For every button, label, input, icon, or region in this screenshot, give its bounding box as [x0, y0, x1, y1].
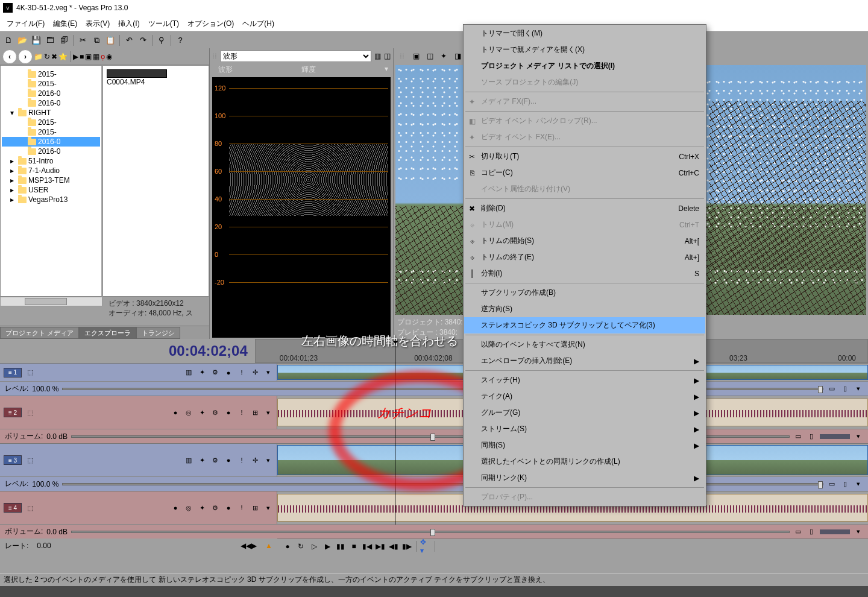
- menu-file[interactable]: ファイル(F): [3, 17, 48, 31]
- tree-item[interactable]: 2015-: [2, 127, 100, 137]
- props-icon[interactable]: 🗔: [44, 34, 56, 46]
- context-menu-item[interactable]: サブクリップの作成(B): [464, 285, 705, 301]
- tree-item[interactable]: ▸VegasPro13: [2, 195, 100, 204]
- menu-option[interactable]: オプション(O): [184, 17, 237, 31]
- context-menu-item[interactable]: ✖削除(D)Delete: [464, 200, 705, 216]
- nav-fwd-button[interactable]: ›: [18, 49, 33, 64]
- context-menu-item[interactable]: ✂切り取り(T)Ctrl+X: [464, 148, 705, 165]
- help-icon[interactable]: ?: [174, 34, 186, 46]
- ext-mon-icon[interactable]: ▣: [410, 50, 422, 62]
- tab-explorer[interactable]: エクスプローラ: [79, 327, 136, 339]
- render-icon[interactable]: 🗐: [58, 34, 70, 46]
- prev-icon[interactable]: ◀▮: [388, 541, 399, 552]
- tree-item[interactable]: 2016-0: [2, 147, 100, 156]
- context-menu-item[interactable]: プロジェクト メディア リストでの選択(I): [464, 58, 705, 74]
- context-menu-item[interactable]: 逆方向(S): [464, 301, 705, 317]
- context-menu-item[interactable]: ⟐トリムの開始(S)Alt+[: [464, 233, 705, 249]
- delete-icon[interactable]: ✖: [51, 52, 57, 61]
- max-icon[interactable]: ▯: [840, 384, 850, 394]
- motion-icon[interactable]: ✢: [250, 368, 260, 377]
- menu-tool[interactable]: ツール(T): [145, 17, 183, 31]
- context-menu-item[interactable]: ステレオスコピック 3D サブクリップとしてペア化(3): [464, 317, 705, 333]
- tree-item[interactable]: ▸51-Intro: [2, 156, 100, 166]
- track-2-header[interactable]: ≡ 2 ⬚ ●◎✦ ⚙●! ⊞▾: [0, 396, 277, 429]
- context-menu-item[interactable]: トリマーで開く(M): [464, 25, 705, 42]
- tree-item[interactable]: ▸7-1-Audio: [2, 166, 100, 175]
- auto-icon[interactable]: ⚙: [210, 368, 220, 377]
- move-icon[interactable]: ⁞⁞: [212, 52, 217, 60]
- min-icon[interactable]: ▭: [827, 384, 837, 394]
- context-menu-item[interactable]: 同期(S)▶: [464, 437, 705, 453]
- next-icon[interactable]: ▮▶: [401, 541, 412, 552]
- go-start-icon[interactable]: ▮◀: [362, 541, 373, 552]
- opts2-icon[interactable]: ◉: [106, 52, 112, 61]
- scope-btn1-icon[interactable]: ▥: [374, 52, 381, 60]
- comp-icon[interactable]: ▥: [184, 368, 193, 377]
- context-menu-item[interactable]: エンベロープの挿入/削除(E)▶: [464, 353, 705, 369]
- track-1-header[interactable]: ≡ 1 ⬚ ▥ ✦ ⚙ ● ! ✢ ▾: [0, 364, 277, 381]
- menu-edit[interactable]: 編集(E): [49, 17, 81, 31]
- loop-icon[interactable]: ↻: [295, 541, 306, 552]
- pause-icon[interactable]: ▮▮: [335, 541, 346, 552]
- move-icon[interactable]: ⁞⁞: [396, 50, 408, 62]
- record-icon[interactable]: ●: [282, 541, 293, 552]
- tree-item[interactable]: 2015-: [2, 118, 100, 127]
- paste-icon[interactable]: 📋: [104, 34, 116, 46]
- undo-icon[interactable]: ↶: [123, 34, 135, 46]
- menu-help[interactable]: ヘルプ(H): [239, 17, 278, 31]
- view-icon[interactable]: ▦: [93, 52, 99, 61]
- scope-btn2-icon[interactable]: ◫: [384, 52, 391, 60]
- solo-icon[interactable]: !: [237, 368, 247, 377]
- cursor-tool-icon[interactable]: ✥ ▾: [420, 541, 431, 552]
- folder-tree[interactable]: 2015-2015-2016-02016-0▾RIGHT2015-2015-20…: [0, 65, 102, 297]
- tree-item[interactable]: ▸USER: [2, 185, 100, 195]
- opts-icon[interactable]: ọ: [101, 52, 105, 61]
- rate-scrub[interactable]: ◀◀▶: [241, 542, 257, 550]
- tree-item[interactable]: 2016-0: [2, 98, 100, 108]
- stop-icon[interactable]: ■: [348, 541, 359, 552]
- new-icon[interactable]: 🗋: [2, 34, 14, 46]
- context-menu-item[interactable]: グループ(G)▶: [464, 405, 705, 421]
- more-icon[interactable]: ▾: [263, 368, 273, 377]
- context-menu-item[interactable]: ⟐トリムの終了(E)Alt+]: [464, 249, 705, 265]
- tree-item[interactable]: ▾RIGHT: [2, 108, 100, 118]
- open-icon[interactable]: 📂: [16, 34, 28, 46]
- split-icon[interactable]: ◨: [451, 50, 464, 62]
- mute-icon[interactable]: ●: [224, 368, 233, 377]
- bypass-icon[interactable]: ⬚: [25, 368, 35, 377]
- redo-icon[interactable]: ↷: [137, 34, 149, 46]
- context-menu-item[interactable]: ⎮分割(I)S: [464, 265, 705, 282]
- context-menu-item[interactable]: テイク(A)▶: [464, 388, 705, 405]
- context-menu-item[interactable]: ストリーム(S)▶: [464, 421, 705, 437]
- go-end-icon[interactable]: ▶▮: [375, 541, 386, 552]
- bypass-icon[interactable]: ⬚: [25, 408, 35, 417]
- context-menu-item[interactable]: トリマーで親メディアを開く(X): [464, 42, 705, 58]
- context-menu-item[interactable]: 同期リンク(K)▶: [464, 470, 705, 486]
- refresh-icon[interactable]: ↻: [44, 52, 50, 61]
- cut-icon[interactable]: ✂: [77, 34, 89, 46]
- tab-transitions[interactable]: トランジシ: [136, 327, 180, 339]
- track-4-header[interactable]: ≡ 4 ⬚ ●◎✦ ⚙●! ⊞▾: [0, 491, 277, 524]
- track-3-header[interactable]: ≡ 3 ⬚ ▥✦⚙ ●!✢▾: [0, 444, 277, 476]
- play-icon[interactable]: ▶: [322, 541, 333, 552]
- snap-icon[interactable]: ⚲: [156, 34, 168, 46]
- h-scrollbar[interactable]: [0, 297, 102, 306]
- tree-item[interactable]: 2016-0: [2, 137, 100, 147]
- tree-item[interactable]: ▸MSP13-TEM: [2, 175, 100, 185]
- save-icon[interactable]: 💾: [30, 34, 42, 46]
- fav-icon[interactable]: ⭐: [58, 52, 68, 61]
- tab-project-media[interactable]: プロジェクト メディア: [0, 327, 79, 339]
- nav-back-button[interactable]: ‹: [2, 49, 17, 64]
- auto-icon[interactable]: ▣: [85, 52, 92, 61]
- play-icon[interactable]: ▶: [73, 52, 78, 61]
- media-thumb[interactable]: C0004.MP4: [105, 68, 172, 87]
- file-list[interactable]: C0004.MP4: [102, 65, 209, 297]
- context-menu-item[interactable]: 選択したイベントとの同期リンクの作成(L): [464, 453, 705, 470]
- tree-item[interactable]: 2016-0: [2, 89, 100, 98]
- preview-q-icon[interactable]: ◫: [424, 50, 436, 62]
- more-icon[interactable]: ▾: [854, 384, 863, 394]
- tree-item[interactable]: 2015-: [2, 69, 100, 79]
- rate-reset-icon[interactable]: ▲: [265, 542, 272, 550]
- context-menu-item[interactable]: ⎘コピー(C)Ctrl+C: [464, 165, 705, 181]
- up-icon[interactable]: 📁: [34, 52, 43, 61]
